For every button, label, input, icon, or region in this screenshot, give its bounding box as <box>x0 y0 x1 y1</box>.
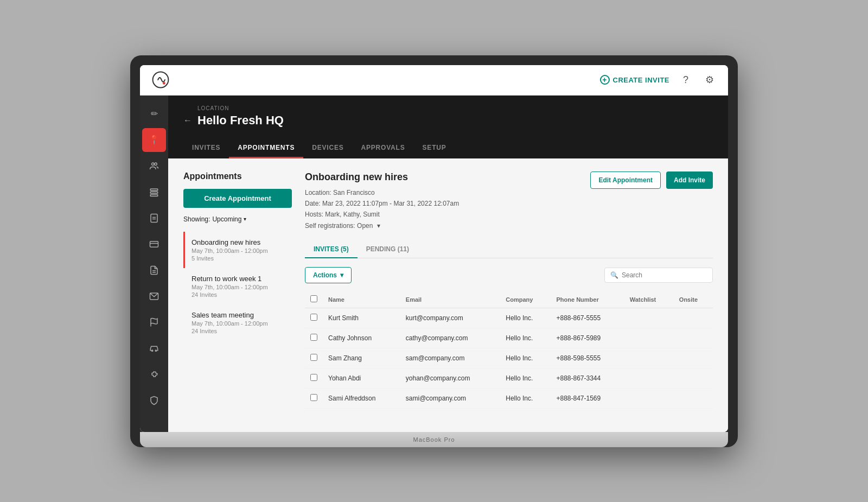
sidebar-item-flag[interactable] <box>142 310 166 334</box>
location-header: ← LOCATION Hello Fresh HQ INVITES APPOIN… <box>168 96 728 158</box>
sub-tab-invites[interactable]: INVITES (5) <box>305 241 358 258</box>
settings-button[interactable]: ⚙ <box>702 72 717 87</box>
sidebar-item-tools[interactable] <box>142 206 166 230</box>
table-row: Sami Alfreddson sami@company.com Hello I… <box>305 389 713 409</box>
sidebar-item-document[interactable] <box>142 258 166 282</box>
create-invite-button[interactable]: + CREATE INVITE <box>600 75 670 85</box>
appt-invites-2: 24 Invites <box>192 328 292 334</box>
table-body: Kurt Smith kurt@company.com Hello Inc. +… <box>305 308 713 409</box>
row-checkbox-4[interactable] <box>310 394 317 401</box>
row-onsite-0 <box>674 308 713 328</box>
row-phone-1: +888-867-5989 <box>551 328 624 348</box>
add-invite-button[interactable]: Add Invite <box>666 171 713 189</box>
table-header-row: Name Email Company Phone Number Watchlis… <box>305 291 713 308</box>
detail-date: Date: Mar 23, 2022 11:07pm - Mar 31, 202… <box>305 198 459 209</box>
edit-appointment-button[interactable]: Edit Appointment <box>590 171 661 189</box>
table-row: Yohan Abdi yohan@company.com Hello Inc. … <box>305 368 713 389</box>
row-watchlist-0 <box>624 308 674 328</box>
col-header-phone: Phone Number <box>551 291 624 308</box>
sidebar-item-shield[interactable] <box>142 389 166 412</box>
sub-tabs: INVITES (5) PENDING (11) <box>305 241 713 258</box>
laptop-base: MacBook Pro <box>140 432 728 447</box>
appt-time-2: May 7th, 10:00am - 12:00pm <box>192 320 292 327</box>
actions-button[interactable]: Actions ▾ <box>305 267 352 283</box>
svg-point-0 <box>153 72 169 88</box>
location-title: Hello Fresh HQ <box>197 113 284 128</box>
svg-point-1 <box>163 82 165 85</box>
sidebar-item-car[interactable] <box>142 336 166 360</box>
row-name-2: Sam Zhang <box>323 348 400 368</box>
col-header-name: Name <box>323 291 400 308</box>
svg-point-16 <box>152 350 153 351</box>
row-checkbox-3[interactable] <box>310 374 317 381</box>
select-all-checkbox[interactable] <box>310 295 317 302</box>
create-appointment-button[interactable]: Create Appointment <box>183 189 292 208</box>
row-company-0: Hello Inc. <box>500 308 551 328</box>
appt-invites-0: 5 Invites <box>192 255 292 262</box>
back-arrow-icon[interactable]: ← <box>183 116 192 125</box>
table-row: Cathy Johnson cathy@company.com Hello In… <box>305 328 713 348</box>
sidebar-item-puzzle[interactable] <box>142 363 166 386</box>
row-email-3: yohan@company.com <box>400 368 500 389</box>
sidebar-item-location[interactable]: 📍 <box>142 128 166 152</box>
appt-name-2: Sales team meeting <box>192 311 292 319</box>
sidebar-item-layers[interactable] <box>142 180 166 204</box>
row-email-2: sam@company.com <box>400 348 500 368</box>
tab-invites[interactable]: INVITES <box>183 138 229 158</box>
showing-filter: Showing: Upcoming ▾ <box>183 215 292 223</box>
table-row: Kurt Smith kurt@company.com Hello Inc. +… <box>305 308 713 328</box>
row-name-3: Yohan Abdi <box>323 368 400 389</box>
laptop-screen: + CREATE INVITE ? ⚙ ✏ 📍 <box>140 65 728 432</box>
row-onsite-1 <box>674 328 713 348</box>
col-header-checkbox <box>305 291 323 308</box>
sidebar-item-mail[interactable] <box>142 284 166 308</box>
appointment-item-0[interactable]: Onboarding new hires May 7th, 10:00am - … <box>183 232 292 268</box>
appointment-item-2[interactable]: Sales team meeting May 7th, 10:00am - 12… <box>183 304 292 341</box>
row-email-4: sami@company.com <box>400 389 500 409</box>
search-icon: 🔍 <box>610 271 618 279</box>
search-input[interactable] <box>622 271 707 279</box>
appt-name-0: Onboarding new hires <box>192 238 292 246</box>
location-label: LOCATION <box>197 105 284 111</box>
tab-appointments[interactable]: APPOINTMENTS <box>229 138 303 158</box>
detail-panel: Onboarding new hires Location: San Franc… <box>305 171 713 409</box>
plus-circle-icon: + <box>600 75 610 85</box>
sidebar: ✏ 📍 <box>140 96 168 432</box>
sidebar-item-people[interactable] <box>142 154 166 178</box>
row-phone-3: +888-867-3344 <box>551 368 624 389</box>
row-checkbox-1[interactable] <box>310 334 317 341</box>
tab-approvals[interactable]: APPROVALS <box>353 138 414 158</box>
row-checkbox-2[interactable] <box>310 354 317 361</box>
detail-location: Location: San Francisco <box>305 187 459 198</box>
row-checkbox-0[interactable] <box>310 314 317 321</box>
row-company-2: Hello Inc. <box>500 348 551 368</box>
row-name-4: Sami Alfreddson <box>323 389 400 409</box>
content-area: ← LOCATION Hello Fresh HQ INVITES APPOIN… <box>168 96 728 432</box>
row-onsite-3 <box>674 368 713 389</box>
row-phone-4: +888-847-1569 <box>551 389 624 409</box>
appointment-list: Onboarding new hires May 7th, 10:00am - … <box>183 232 292 341</box>
row-checkbox-cell-3 <box>305 368 323 389</box>
svg-rect-6 <box>150 194 158 196</box>
appt-name-1: Return to work week 1 <box>192 275 292 283</box>
sidebar-item-edit[interactable]: ✏ <box>142 102 166 126</box>
detail-self-reg: Self registrations: Open ▾ <box>305 220 459 231</box>
appointment-item-1[interactable]: Return to work week 1 May 7th, 10:00am -… <box>183 268 292 304</box>
row-onsite-2 <box>674 348 713 368</box>
row-email-1: cathy@company.com <box>400 328 500 348</box>
tab-setup[interactable]: SETUP <box>414 138 455 158</box>
svg-rect-10 <box>150 241 158 247</box>
sidebar-item-card[interactable] <box>142 232 166 256</box>
row-watchlist-2 <box>624 348 674 368</box>
sub-tab-pending[interactable]: PENDING (11) <box>358 241 418 258</box>
col-header-onsite: Onsite <box>674 291 713 308</box>
row-company-3: Hello Inc. <box>500 368 551 389</box>
filter-chevron-icon[interactable]: ▾ <box>244 216 246 222</box>
self-reg-chevron-icon[interactable]: ▾ <box>377 222 380 230</box>
row-name-0: Kurt Smith <box>323 308 400 328</box>
svg-point-17 <box>155 350 156 351</box>
help-button[interactable]: ? <box>678 72 693 87</box>
table-toolbar: Actions ▾ 🔍 <box>305 267 713 283</box>
laptop-outer: + CREATE INVITE ? ⚙ ✏ 📍 <box>130 55 738 447</box>
tab-devices[interactable]: DEVICES <box>303 138 352 158</box>
